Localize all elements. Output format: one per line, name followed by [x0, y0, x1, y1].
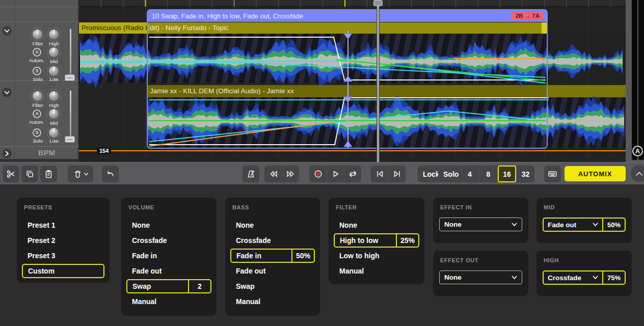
deck-1-high-knob[interactable] [48, 29, 59, 40]
track1-lane-tail[interactable] [548, 34, 626, 83]
level-meter-right [638, 0, 644, 160]
mid-select[interactable]: Fade out [544, 219, 602, 231]
deck-1-low-knob[interactable] [48, 66, 59, 76]
rewind-button[interactable] [264, 166, 282, 182]
preset-2-option[interactable]: Preset 2 [17, 233, 110, 248]
option-value[interactable]: 50% [291, 250, 314, 262]
high-select[interactable]: Crossfade [544, 271, 602, 284]
keyboard-shortcuts-button[interactable] [544, 166, 561, 182]
loop-length-16[interactable]: 16 [497, 166, 516, 182]
effect-out-select[interactable]: None [439, 270, 522, 284]
loop-length-8[interactable]: 8 [479, 166, 497, 182]
deck-1-collapse-button[interactable] [2, 26, 12, 36]
preset-1-option[interactable]: Preset 1 [17, 218, 110, 233]
loop-length-32[interactable]: 32 [516, 166, 534, 182]
volume-manual-option[interactable]: Manual [121, 294, 217, 309]
bass-panel: BASS None Crossfade Fade in 50% Fade out… [225, 198, 320, 316]
filter-none-option[interactable]: None [329, 218, 424, 233]
loop-length-4[interactable]: 4 [461, 166, 479, 182]
copy-icon [25, 169, 35, 179]
paste-button[interactable] [40, 166, 57, 182]
bass-none-option[interactable]: None [225, 218, 320, 233]
deck-2-filter-knob[interactable] [32, 91, 43, 101]
record-button[interactable] [309, 166, 327, 182]
scissors-icon [6, 169, 16, 179]
copy-button[interactable] [21, 166, 38, 182]
volume-fade-out-option[interactable]: Fade out [121, 263, 217, 279]
bpm-automation-line[interactable] [79, 150, 626, 151]
skip-to-end-button[interactable] [388, 166, 406, 182]
fast-forward-icon [286, 169, 296, 179]
record-icon [313, 169, 323, 179]
high-percent-value[interactable]: 75% [602, 271, 625, 284]
filter-manual-option[interactable]: Manual [329, 263, 424, 279]
deck-1-mid-knob[interactable] [48, 47, 59, 58]
skip-to-start-button[interactable] [371, 166, 388, 182]
bass-fade-in-option-selected[interactable]: Fade in 50% [230, 249, 315, 263]
panel-title: VOLUME [128, 204, 217, 210]
loop-button[interactable] [344, 166, 361, 182]
high-knob-label: High [43, 102, 65, 108]
volume-swap-option-selected[interactable]: Swap 2 [126, 279, 211, 293]
filter-high-to-low-option-selected[interactable]: High to low 25% [334, 233, 419, 248]
deck-1-fader-handle[interactable] [65, 74, 75, 81]
right-meter-strip: A [626, 0, 644, 162]
effect-in-select[interactable]: None [439, 218, 522, 231]
key-change-badge: 2B → 7A [511, 12, 544, 20]
undo-button[interactable] [102, 166, 119, 182]
bass-fade-out-option[interactable]: Fade out [225, 263, 320, 279]
transition-header[interactable]: 10 Swap, Fade in, High to low, Fade out,… [147, 10, 547, 22]
playhead[interactable] [377, 0, 379, 162]
bass-manual-option[interactable]: Manual [225, 294, 320, 309]
delete-button[interactable] [68, 166, 93, 182]
option-value[interactable]: 2 [188, 280, 210, 292]
collapse-panel-button[interactable] [631, 165, 644, 182]
automix-button[interactable]: AUTOMIX [565, 166, 626, 181]
track1-clip-titlebar[interactable]: Promiscuous (Radio Edit) - Nelly Furtado… [79, 22, 547, 34]
mid-percent-value[interactable]: 50% [602, 219, 625, 231]
deck-2-low-knob[interactable] [48, 127, 59, 138]
bass-swap-option[interactable]: Swap [225, 279, 320, 294]
chevron-down-icon [593, 223, 598, 227]
timeline-ruler[interactable] [79, 0, 626, 7]
deck-1-automation-toggle[interactable]: A [33, 48, 41, 57]
deck-2-solo-toggle[interactable]: S [33, 128, 41, 137]
fast-forward-button[interactable] [282, 166, 299, 182]
metronome-button[interactable] [243, 166, 259, 182]
bass-crossfade-option[interactable]: Crossfade [225, 233, 320, 248]
volume-none-option[interactable]: None [121, 218, 217, 233]
select-value: Crossfade [548, 274, 581, 282]
track1-lane[interactable] [79, 34, 548, 83]
metronome-icon [246, 169, 256, 179]
volume-crossfade-option[interactable]: Crossfade [121, 233, 217, 248]
volume-fade-in-option[interactable]: Fade in [121, 248, 217, 263]
transition-label: 10 Swap, Fade in, High to low, Fade out,… [152, 12, 303, 20]
solo-button[interactable]: Solo [438, 166, 464, 182]
track2-lane[interactable] [147, 97, 626, 148]
option-value[interactable]: 25% [396, 234, 418, 247]
panel-title: EFFECT OUT [440, 257, 528, 263]
preset-custom-option-selected[interactable]: Custom [22, 264, 104, 278]
panel-title: EFFECT IN [440, 204, 528, 210]
deck-2-high-knob[interactable] [48, 91, 59, 101]
deck-2-mid-knob[interactable] [48, 108, 59, 119]
loop-length-group: 4 8 16 32 [461, 166, 534, 182]
panel-title: MID [544, 204, 632, 210]
deck-1-filter-knob[interactable] [32, 29, 43, 40]
bpm-row-expand-button[interactable] [2, 149, 12, 158]
preset-3-option[interactable]: Preset 3 [17, 248, 110, 263]
deck-2-automation-toggle[interactable]: A [33, 110, 41, 118]
filter-low-to-high-option[interactable]: Low to high [329, 248, 424, 263]
chevron-down-icon [593, 276, 598, 280]
play-button[interactable] [327, 166, 344, 182]
high-knob-label: High [43, 41, 65, 46]
track2-clip-titlebar[interactable]: Jamie xx - KILL DEM (Official Audio) - J… [147, 85, 626, 97]
deck-2-fader-handle[interactable] [65, 136, 75, 143]
playhead-handle[interactable] [373, 0, 383, 6]
high-transition-combo: Crossfade 75% [543, 270, 626, 285]
select-value: None [444, 221, 462, 228]
deck-2-collapse-button[interactable] [2, 88, 12, 97]
play-icon [331, 169, 340, 179]
cut-button[interactable] [3, 166, 19, 182]
deck-1-solo-toggle[interactable]: S [33, 67, 41, 75]
